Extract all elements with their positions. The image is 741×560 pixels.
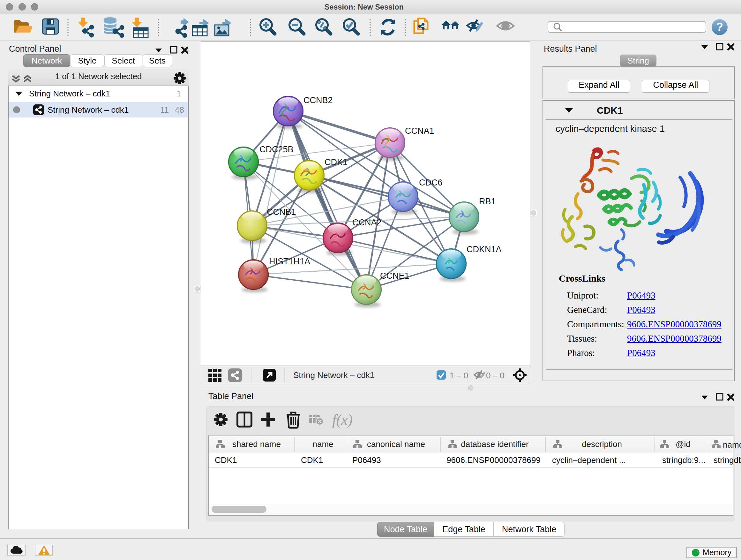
svg-text:CDC25B: CDC25B bbox=[259, 145, 293, 154]
svg-text:CDK1: CDK1 bbox=[325, 158, 347, 167]
svg-text:f(x): f(x) bbox=[332, 412, 353, 428]
svg-text:HIST1H1A: HIST1H1A bbox=[269, 257, 310, 266]
svg-text:CCNE1: CCNE1 bbox=[380, 271, 409, 281]
svg-text:?: ? bbox=[716, 20, 723, 34]
svg-text:CCNB1: CCNB1 bbox=[267, 207, 296, 217]
svg-text:CDKN1A: CDKN1A bbox=[467, 245, 502, 254]
svg-text:CCNA2: CCNA2 bbox=[352, 218, 382, 227]
svg-text:CCNB2: CCNB2 bbox=[304, 96, 333, 105]
svg-text:CDC6: CDC6 bbox=[419, 178, 443, 187]
svg-text:RB1: RB1 bbox=[479, 197, 496, 206]
svg-text:CCNA1: CCNA1 bbox=[405, 126, 434, 136]
